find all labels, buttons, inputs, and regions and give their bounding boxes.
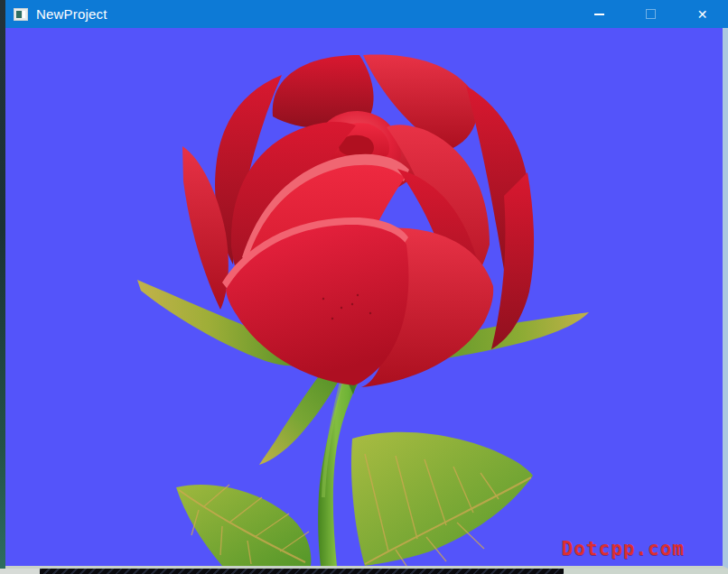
- minimize-icon: [594, 14, 604, 15]
- maximize-button[interactable]: [625, 0, 677, 28]
- watermark-text: Dotcpp.com: [562, 538, 685, 560]
- desktop-bottom-edge: [564, 569, 728, 574]
- easyx-app-icon: [14, 8, 28, 21]
- maximize-icon: [646, 9, 656, 19]
- rose-leaf-right: [351, 432, 533, 566]
- close-icon: ✕: [697, 8, 708, 21]
- window-controls: ✕: [574, 0, 728, 28]
- titlebar[interactable]: NewProject ✕: [5, 0, 728, 28]
- desktop-bottom-edge: [0, 569, 40, 574]
- rose-illustration: [5, 28, 723, 566]
- window-title: NewProject: [36, 6, 107, 22]
- minimize-button[interactable]: [574, 0, 625, 28]
- close-button[interactable]: ✕: [677, 0, 728, 28]
- desktop-bottom-edge: [40, 569, 564, 574]
- rose-leaf-left: [176, 485, 311, 566]
- graphics-canvas: Dotcpp.com: [5, 28, 728, 569]
- app-icon-pane: [16, 11, 22, 18]
- desktop-background: NewProject ✕: [0, 0, 728, 574]
- app-icon-pane: [23, 11, 25, 18]
- app-window: NewProject ✕: [5, 0, 728, 569]
